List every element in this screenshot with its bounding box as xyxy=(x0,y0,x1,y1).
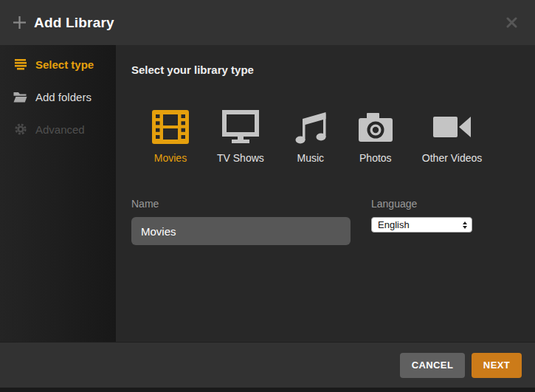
library-type-movies[interactable]: Movies xyxy=(152,110,189,164)
library-type-row: Movies TV Shows Music xyxy=(152,110,535,164)
library-type-label: Other Videos xyxy=(422,152,482,164)
select-stepper-icon xyxy=(463,221,467,229)
panel-heading: Select your library type xyxy=(131,63,535,76)
library-type-other-videos[interactable]: Other Videos xyxy=(422,110,482,164)
name-field-group: Name xyxy=(131,198,351,245)
dialog-title: Add Library xyxy=(34,15,114,31)
dialog-header: Add Library xyxy=(0,0,535,45)
dialog-footer: CANCEL NEXT xyxy=(0,342,535,388)
sidebar-item-label: Select type xyxy=(35,58,94,71)
sidebar-item-label: Add folders xyxy=(35,91,92,103)
tv-icon xyxy=(222,110,259,144)
plus-icon xyxy=(13,16,26,29)
sidebar-item-select-type[interactable]: Select type xyxy=(0,48,116,80)
library-type-label: Movies xyxy=(154,152,187,164)
library-type-label: Music xyxy=(297,152,325,164)
library-type-label: TV Shows xyxy=(217,152,264,164)
dialog-body: Select type Add folders Advanced Select … xyxy=(0,45,535,342)
library-type-tv-shows[interactable]: TV Shows xyxy=(217,110,264,164)
main-panel: Select your library type Movies TV Shows xyxy=(116,45,535,342)
library-type-label: Photos xyxy=(359,152,392,164)
add-library-dialog: Add Library Select type Add folders xyxy=(0,0,535,392)
library-fields-row: Name Language English xyxy=(131,198,535,245)
close-icon[interactable] xyxy=(503,14,520,31)
language-field-group: Language English xyxy=(371,198,472,245)
list-lines-icon xyxy=(13,59,27,70)
camera-icon xyxy=(357,110,394,144)
name-field-label: Name xyxy=(131,198,351,210)
language-select-value: English xyxy=(378,219,410,230)
dialog-bottom-edge xyxy=(0,388,535,392)
language-select[interactable]: English xyxy=(371,217,472,233)
wizard-steps-sidebar: Select type Add folders Advanced xyxy=(0,45,116,342)
music-notes-icon xyxy=(292,110,329,144)
sidebar-item-add-folders[interactable]: Add folders xyxy=(0,80,116,113)
film-strip-icon xyxy=(152,110,189,144)
gear-icon xyxy=(13,123,27,135)
folder-open-icon xyxy=(13,92,27,103)
next-button[interactable]: NEXT xyxy=(472,353,522,378)
cancel-button[interactable]: CANCEL xyxy=(400,353,465,378)
library-type-music[interactable]: Music xyxy=(292,110,329,164)
library-name-input[interactable] xyxy=(131,217,351,245)
library-type-photos[interactable]: Photos xyxy=(357,110,394,164)
video-camera-icon xyxy=(432,110,472,144)
sidebar-item-label: Advanced xyxy=(35,123,85,136)
sidebar-item-advanced: Advanced xyxy=(0,113,116,145)
language-field-label: Language xyxy=(371,198,472,210)
